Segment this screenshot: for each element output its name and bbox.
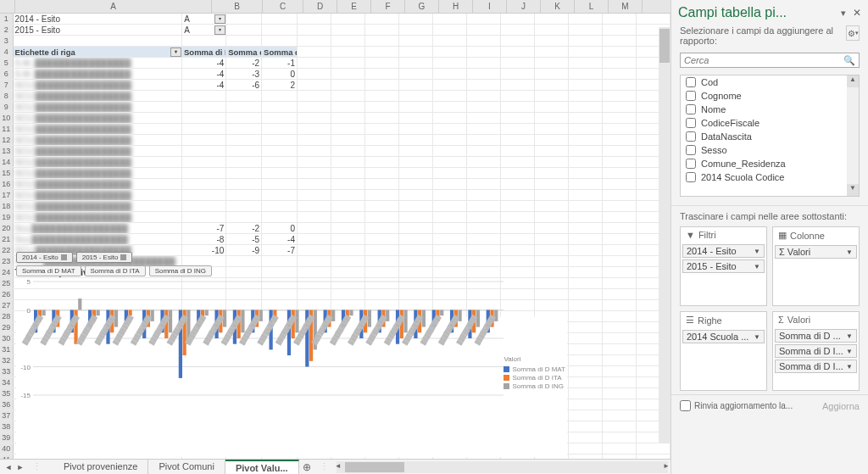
cell[interactable]: -4 — [182, 58, 226, 68]
row-header[interactable]: 32 — [0, 355, 14, 365]
pivot-chart[interactable]: 2014 - Esito 2015 - Esito Somma di D MAT… — [16, 317, 567, 457]
table-row[interactable]: 7SCU ████████████████-4-62 — [0, 80, 670, 91]
cell[interactable]: -7 — [182, 223, 226, 233]
row-header[interactable]: 6 — [0, 69, 14, 79]
cell[interactable] — [262, 135, 298, 145]
cell[interactable]: Somma di D I — [182, 47, 226, 57]
cell[interactable]: -3 — [226, 69, 262, 79]
pivot-field[interactable]: Nome — [681, 103, 859, 116]
row-header[interactable]: 40 — [0, 443, 14, 454]
row-header[interactable]: 18 — [0, 201, 14, 211]
field-checkbox[interactable] — [686, 159, 696, 169]
col-header-M[interactable]: M — [609, 0, 643, 13]
pivot-field[interactable]: Comune_Residenza — [681, 157, 859, 170]
cell[interactable]: -4 — [182, 80, 226, 90]
dropzone-pill[interactable]: 2014 - Esito▼ — [682, 244, 765, 258]
table-row[interactable]: 8SCU ████████████████ — [0, 91, 670, 102]
row-header[interactable]: 23 — [0, 256, 14, 266]
cell[interactable] — [182, 102, 226, 112]
row-header[interactable]: 9 — [0, 102, 14, 112]
row-header[interactable]: 14 — [0, 157, 14, 167]
pill-dropdown-icon[interactable]: ▼ — [846, 363, 853, 371]
row-header[interactable]: 5 — [0, 58, 14, 68]
field-search[interactable]: 🔍 — [680, 53, 860, 68]
table-row[interactable]: 11SCU ████████████████ — [0, 124, 670, 135]
row-header[interactable]: 1 — [0, 14, 14, 24]
cell[interactable]: 2014 - Esito — [14, 14, 183, 24]
chart-series-ing[interactable]: Somma di D ING — [149, 265, 212, 276]
field-checkbox[interactable] — [686, 118, 696, 128]
pill-dropdown-icon[interactable]: ▼ — [754, 333, 760, 341]
row-header[interactable]: 37 — [0, 410, 14, 421]
cell[interactable] — [262, 157, 298, 167]
pivot-field[interactable]: Sesso — [681, 143, 859, 157]
filter-value-cell[interactable]: A▾ — [182, 25, 226, 35]
row-header[interactable]: 17 — [0, 190, 14, 200]
fields-scrollbar[interactable]: ▲ ▼ — [847, 75, 859, 196]
cell[interactable] — [262, 124, 298, 134]
cell[interactable] — [262, 113, 298, 123]
cell[interactable] — [182, 157, 226, 167]
table-row[interactable]: 16SCU ████████████████ — [0, 179, 670, 190]
table-row[interactable]: 20Scu ████████████████-7-20 — [0, 223, 670, 234]
table-row[interactable]: 19SCU ████████████████ — [0, 212, 670, 223]
pill-dropdown-icon[interactable]: ▼ — [846, 248, 853, 256]
pane-layout-gear[interactable]: ⚙▾ — [846, 25, 860, 41]
cell[interactable]: SCU ████████████████ — [14, 102, 183, 112]
cell[interactable]: -7 — [262, 245, 298, 255]
cell[interactable]: -1 — [262, 58, 298, 68]
table-row[interactable]: 15SCU ████████████████ — [0, 168, 670, 179]
cell[interactable]: 0 — [262, 223, 298, 233]
cell[interactable]: -8 — [182, 234, 226, 244]
col-header-G[interactable]: G — [405, 0, 439, 13]
cell[interactable] — [262, 146, 298, 156]
col-header-I[interactable]: I — [473, 0, 507, 13]
cell[interactable]: Scu ████████████████ — [14, 223, 183, 233]
col-header-J[interactable]: J — [507, 0, 541, 13]
cell[interactable]: Scu ████████████████ — [14, 234, 183, 244]
row-labels-header[interactable]: Etichette di riga▾ — [14, 47, 182, 57]
cell[interactable]: 2015 - Esito — [14, 25, 183, 35]
cell[interactable]: 0 — [262, 69, 298, 79]
table-row[interactable]: 17SCU ████████████████ — [0, 190, 670, 201]
col-header-K[interactable]: K — [541, 0, 575, 13]
row-header[interactable]: 15 — [0, 168, 14, 178]
table-row[interactable]: 14SCU ████████████████ — [0, 157, 670, 168]
row-header[interactable]: 33 — [0, 366, 14, 376]
sheet-tab-valu[interactable]: Pivot Valu... — [225, 460, 299, 475]
dropzone-values[interactable]: ΣValori Somma di D ...▼Somma di D I...▼S… — [772, 311, 860, 391]
cell[interactable]: S.M. ████████████████ — [14, 69, 183, 79]
pivot-field[interactable]: 2014 Scuola Codice — [681, 170, 859, 184]
field-checkbox[interactable] — [686, 91, 696, 101]
horizontal-scrollbar[interactable]: ◄ ► — [337, 461, 668, 473]
row-header[interactable]: 29 — [0, 322, 14, 332]
dropzone-pill[interactable]: 2015 - Esito▼ — [682, 259, 765, 273]
row-header[interactable]: 21 — [0, 234, 14, 244]
update-button[interactable]: Aggiorna — [822, 401, 860, 411]
filter-dropdown-button[interactable]: ▾ — [170, 47, 181, 57]
col-header-E[interactable]: E — [337, 0, 371, 13]
row-header[interactable]: 12 — [0, 135, 14, 145]
cell[interactable] — [262, 201, 298, 211]
field-search-input[interactable] — [684, 55, 828, 65]
table-row[interactable]: 22015 - EsitoA▾ — [0, 25, 670, 36]
cell[interactable]: -10 — [182, 245, 226, 255]
cell[interactable] — [262, 179, 298, 189]
cell[interactable] — [226, 25, 262, 35]
cell[interactable] — [226, 102, 262, 112]
chart-series-mat[interactable]: Somma di D MAT — [16, 265, 81, 276]
chart-filter-2015[interactable]: 2015 - Esito — [76, 252, 133, 263]
defer-update-checkbox[interactable]: Rinvia aggiornamento la... — [680, 400, 793, 411]
cell[interactable] — [226, 157, 262, 167]
cell[interactable] — [262, 36, 298, 46]
cell[interactable] — [14, 36, 183, 46]
cell[interactable] — [182, 179, 226, 189]
cell[interactable]: -9 — [226, 245, 262, 255]
col-header-H[interactable]: H — [439, 0, 473, 13]
cell[interactable]: SCU ████████████████ — [14, 124, 183, 134]
sheet-tab-comuni[interactable]: Pivot Comuni — [148, 460, 225, 475]
table-row[interactable]: 18SCU ████████████████ — [0, 201, 670, 212]
cell[interactable]: SCU ████████████████ — [14, 80, 183, 90]
table-row[interactable]: 12SCU ████████████████ — [0, 135, 670, 146]
row-header[interactable]: 13 — [0, 146, 14, 156]
